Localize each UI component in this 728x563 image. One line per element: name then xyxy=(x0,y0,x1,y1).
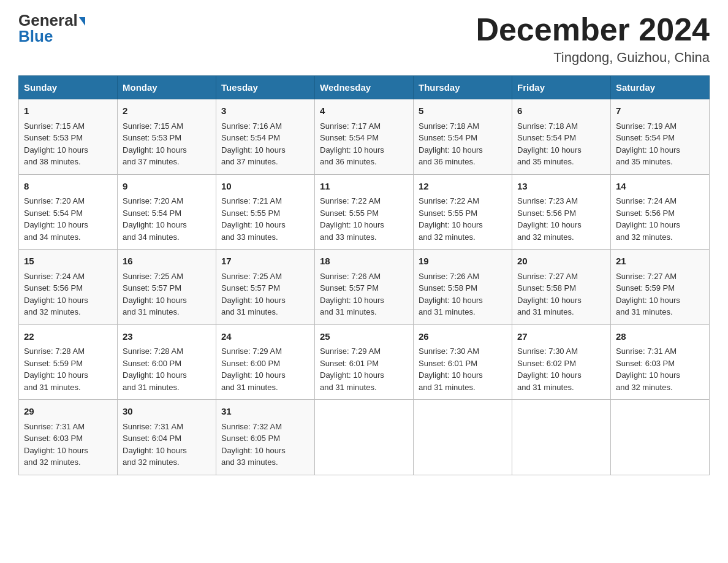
calendar-cell: 1Sunrise: 7:15 AMSunset: 5:53 PMDaylight… xyxy=(19,99,118,175)
day-info: Sunrise: 7:24 AMSunset: 5:56 PMDaylight:… xyxy=(616,195,704,243)
month-title: December 2024 xyxy=(476,12,710,47)
day-info: Sunrise: 7:16 AMSunset: 5:54 PMDaylight:… xyxy=(221,120,309,168)
header-day-sunday: Sunday xyxy=(19,76,118,99)
header-day-friday: Friday xyxy=(512,76,611,99)
calendar-cell: 25Sunrise: 7:29 AMSunset: 6:01 PMDayligh… xyxy=(315,324,414,400)
calendar-cell: 9Sunrise: 7:20 AMSunset: 5:54 PMDaylight… xyxy=(118,174,216,250)
day-number: 7 xyxy=(616,104,704,118)
header-day-wednesday: Wednesday xyxy=(315,76,414,99)
calendar-cell: 4Sunrise: 7:17 AMSunset: 5:54 PMDaylight… xyxy=(315,99,414,175)
calendar-cell: 26Sunrise: 7:30 AMSunset: 6:01 PMDayligh… xyxy=(414,324,512,400)
title-block: December 2024 Tingdong, Guizhou, China xyxy=(476,12,710,66)
day-number: 10 xyxy=(221,180,309,194)
day-number: 29 xyxy=(24,405,112,419)
calendar-cell: 23Sunrise: 7:28 AMSunset: 6:00 PMDayligh… xyxy=(118,324,216,400)
calendar-cell: 10Sunrise: 7:21 AMSunset: 5:55 PMDayligh… xyxy=(216,174,315,250)
day-number: 11 xyxy=(320,180,408,194)
day-number: 17 xyxy=(221,255,309,269)
header-day-monday: Monday xyxy=(118,76,216,99)
day-info: Sunrise: 7:22 AMSunset: 5:55 PMDaylight:… xyxy=(419,195,507,243)
day-info: Sunrise: 7:15 AMSunset: 5:53 PMDaylight:… xyxy=(123,120,211,168)
day-info: Sunrise: 7:22 AMSunset: 5:55 PMDaylight:… xyxy=(320,195,408,243)
calendar-cell: 7Sunrise: 7:19 AMSunset: 5:54 PMDaylight… xyxy=(611,99,710,175)
calendar-cell: 21Sunrise: 7:27 AMSunset: 5:59 PMDayligh… xyxy=(611,250,710,325)
day-number: 14 xyxy=(616,180,704,194)
day-number: 4 xyxy=(320,104,408,118)
day-info: Sunrise: 7:31 AMSunset: 6:03 PMDaylight:… xyxy=(616,345,704,393)
calendar-cell: 14Sunrise: 7:24 AMSunset: 5:56 PMDayligh… xyxy=(611,174,710,250)
header-day-thursday: Thursday xyxy=(414,76,512,99)
week-row: 22Sunrise: 7:28 AMSunset: 5:59 PMDayligh… xyxy=(19,324,710,400)
day-number: 18 xyxy=(320,255,408,269)
day-info: Sunrise: 7:21 AMSunset: 5:55 PMDaylight:… xyxy=(221,195,309,243)
day-number: 5 xyxy=(419,104,507,118)
logo-general-text: General xyxy=(18,12,85,28)
day-number: 9 xyxy=(123,180,211,194)
week-row: 29Sunrise: 7:31 AMSunset: 6:03 PMDayligh… xyxy=(19,400,710,475)
calendar-cell: 18Sunrise: 7:26 AMSunset: 5:57 PMDayligh… xyxy=(315,250,414,325)
calendar-cell: 29Sunrise: 7:31 AMSunset: 6:03 PMDayligh… xyxy=(19,400,118,475)
day-info: Sunrise: 7:29 AMSunset: 6:01 PMDaylight:… xyxy=(320,345,408,393)
location-title: Tingdong, Guizhou, China xyxy=(476,50,710,66)
day-info: Sunrise: 7:26 AMSunset: 5:58 PMDaylight:… xyxy=(419,270,507,318)
day-info: Sunrise: 7:31 AMSunset: 6:04 PMDaylight:… xyxy=(123,421,211,469)
day-info: Sunrise: 7:23 AMSunset: 5:56 PMDaylight:… xyxy=(517,195,605,243)
day-number: 21 xyxy=(616,255,704,269)
day-number: 24 xyxy=(221,330,309,344)
day-number: 2 xyxy=(123,104,211,118)
day-number: 20 xyxy=(517,255,605,269)
day-info: Sunrise: 7:28 AMSunset: 5:59 PMDaylight:… xyxy=(24,345,112,393)
day-info: Sunrise: 7:20 AMSunset: 5:54 PMDaylight:… xyxy=(123,195,211,243)
day-info: Sunrise: 7:20 AMSunset: 5:54 PMDaylight:… xyxy=(24,195,112,243)
calendar-cell: 8Sunrise: 7:20 AMSunset: 5:54 PMDaylight… xyxy=(19,174,118,250)
day-number: 6 xyxy=(517,104,605,118)
day-info: Sunrise: 7:27 AMSunset: 5:59 PMDaylight:… xyxy=(616,270,704,318)
day-info: Sunrise: 7:30 AMSunset: 6:02 PMDaylight:… xyxy=(517,345,605,393)
day-number: 3 xyxy=(221,104,309,118)
day-number: 15 xyxy=(24,255,112,269)
day-info: Sunrise: 7:27 AMSunset: 5:58 PMDaylight:… xyxy=(517,270,605,318)
logo-blue-text: Blue xyxy=(18,27,53,46)
week-row: 15Sunrise: 7:24 AMSunset: 5:56 PMDayligh… xyxy=(19,250,710,325)
calendar-cell xyxy=(611,400,710,475)
day-info: Sunrise: 7:15 AMSunset: 5:53 PMDaylight:… xyxy=(24,120,112,168)
calendar-header: SundayMondayTuesdayWednesdayThursdayFrid… xyxy=(19,76,710,99)
calendar-cell: 13Sunrise: 7:23 AMSunset: 5:56 PMDayligh… xyxy=(512,174,611,250)
calendar-cell: 2Sunrise: 7:15 AMSunset: 5:53 PMDaylight… xyxy=(118,99,216,175)
day-info: Sunrise: 7:31 AMSunset: 6:03 PMDaylight:… xyxy=(24,421,112,469)
day-number: 16 xyxy=(123,255,211,269)
day-number: 8 xyxy=(24,180,112,194)
logo: General Blue xyxy=(18,12,85,46)
calendar-table: SundayMondayTuesdayWednesdayThursdayFrid… xyxy=(18,75,710,475)
calendar-cell: 19Sunrise: 7:26 AMSunset: 5:58 PMDayligh… xyxy=(414,250,512,325)
page-header: General Blue December 2024 Tingdong, Gui… xyxy=(18,12,710,66)
day-number: 12 xyxy=(419,180,507,194)
header-day-tuesday: Tuesday xyxy=(216,76,315,99)
day-info: Sunrise: 7:25 AMSunset: 5:57 PMDaylight:… xyxy=(123,270,211,318)
header-day-saturday: Saturday xyxy=(611,76,710,99)
day-number: 27 xyxy=(517,330,605,344)
day-number: 19 xyxy=(419,255,507,269)
calendar-cell: 24Sunrise: 7:29 AMSunset: 6:00 PMDayligh… xyxy=(216,324,315,400)
day-info: Sunrise: 7:28 AMSunset: 6:00 PMDaylight:… xyxy=(123,345,211,393)
day-info: Sunrise: 7:18 AMSunset: 5:54 PMDaylight:… xyxy=(517,120,605,168)
calendar-cell: 17Sunrise: 7:25 AMSunset: 5:57 PMDayligh… xyxy=(216,250,315,325)
day-info: Sunrise: 7:18 AMSunset: 5:54 PMDaylight:… xyxy=(419,120,507,168)
day-number: 31 xyxy=(221,405,309,419)
day-number: 23 xyxy=(123,330,211,344)
calendar-cell xyxy=(512,400,611,475)
day-number: 30 xyxy=(123,405,211,419)
calendar-cell: 31Sunrise: 7:32 AMSunset: 6:05 PMDayligh… xyxy=(216,400,315,475)
calendar-cell xyxy=(315,400,414,475)
calendar-cell: 16Sunrise: 7:25 AMSunset: 5:57 PMDayligh… xyxy=(118,250,216,325)
day-number: 25 xyxy=(320,330,408,344)
calendar-cell: 11Sunrise: 7:22 AMSunset: 5:55 PMDayligh… xyxy=(315,174,414,250)
week-row: 8Sunrise: 7:20 AMSunset: 5:54 PMDaylight… xyxy=(19,174,710,250)
day-info: Sunrise: 7:24 AMSunset: 5:56 PMDaylight:… xyxy=(24,270,112,318)
day-info: Sunrise: 7:30 AMSunset: 6:01 PMDaylight:… xyxy=(419,345,507,393)
day-number: 28 xyxy=(616,330,704,344)
day-info: Sunrise: 7:32 AMSunset: 6:05 PMDaylight:… xyxy=(221,421,309,469)
calendar-cell: 3Sunrise: 7:16 AMSunset: 5:54 PMDaylight… xyxy=(216,99,315,175)
calendar-cell: 22Sunrise: 7:28 AMSunset: 5:59 PMDayligh… xyxy=(19,324,118,400)
calendar-cell: 5Sunrise: 7:18 AMSunset: 5:54 PMDaylight… xyxy=(414,99,512,175)
